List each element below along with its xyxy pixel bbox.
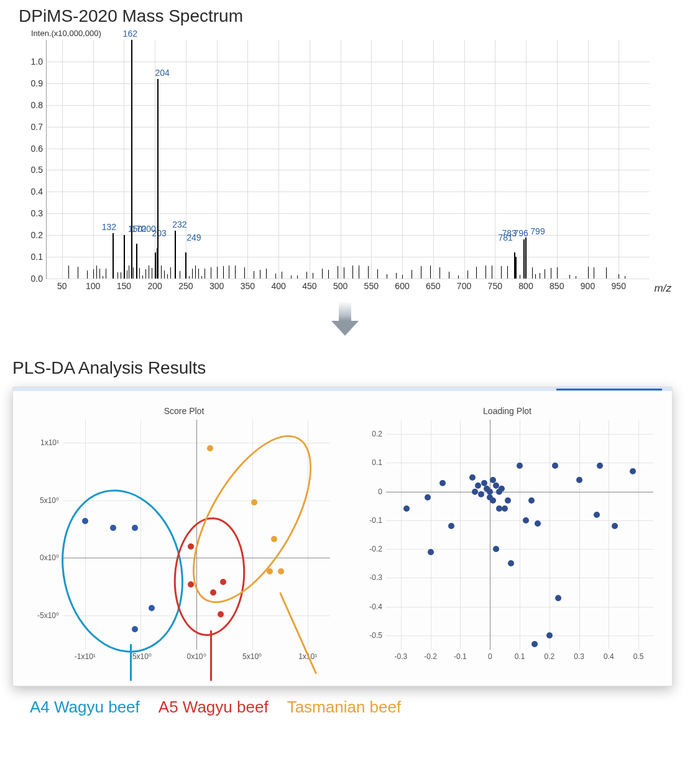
spectrum-xlabel: m/z (655, 282, 671, 295)
score-plot: Score Plot -1x10¹-5x10⁰0x10⁰5x10⁰1x10¹-5… (25, 406, 343, 667)
legend-a4: A4 Wagyu beef (30, 698, 140, 717)
plsda-legend: A4 Wagyu beef A5 Wagyu beef Tasmanian be… (30, 698, 690, 717)
mass-spectrum-chart: Inten.(x10,000,000) 0.00.10.20.30.40.50.… (19, 29, 665, 296)
legend-tas: Tasmanian beef (287, 698, 402, 717)
loading-plot: Loading Plot -0.3-0.2-0.100.10.20.30.40.… (349, 406, 666, 667)
spectrum-title: DPiMS-2020 Mass Spectrum (19, 6, 690, 26)
loading-plot-title: Loading Plot (349, 406, 666, 420)
plsda-title: PLS-DA Analysis Results (12, 358, 690, 378)
legend-a5: A5 Wagyu beef (159, 698, 269, 717)
spectrum-plot-area: 0.00.10.20.30.40.50.60.70.80.91.05010015… (46, 40, 650, 279)
score-plot-title: Score Plot (25, 406, 343, 420)
plsda-panel: Score Plot -1x10¹-5x10⁰0x10⁰5x10⁰1x10¹-5… (12, 387, 673, 686)
loading-plot-axes: -0.3-0.2-0.100.10.20.30.40.5-0.5-0.4-0.3… (386, 420, 653, 650)
spectrum-ylabel: Inten.(x10,000,000) (31, 29, 101, 38)
down-arrow-icon (331, 302, 359, 339)
score-plot-axes: -1x10¹-5x10⁰0x10⁰5x10⁰1x10¹-5x10⁰0x10⁰5x… (63, 420, 330, 650)
